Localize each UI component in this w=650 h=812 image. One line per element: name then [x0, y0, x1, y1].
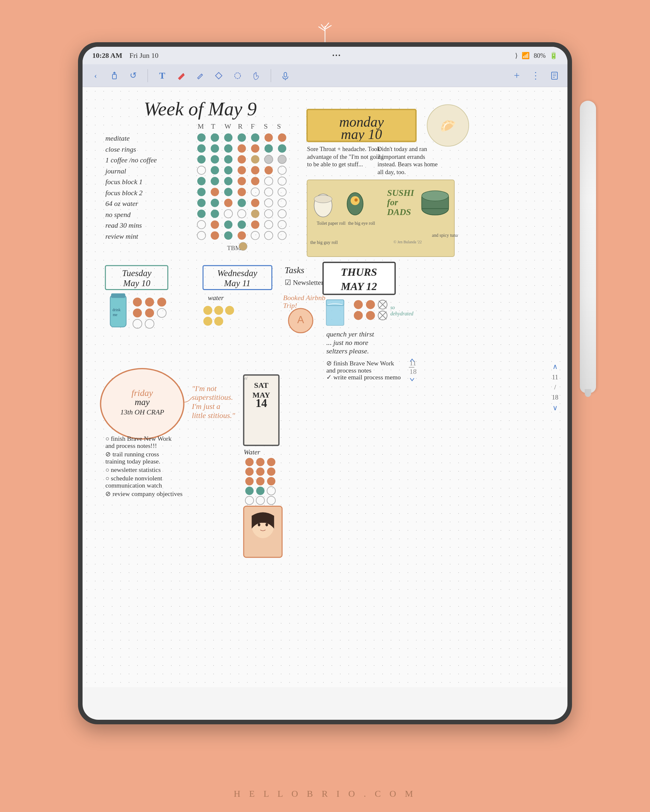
add-button[interactable]: + [510, 69, 523, 82]
svg-point-130 [422, 191, 448, 201]
svg-point-95 [197, 231, 206, 240]
svg-text:18: 18 [410, 368, 417, 375]
svg-text:Tuesday: Tuesday [122, 268, 152, 278]
svg-point-84 [265, 209, 273, 218]
status-bar: 10:28 AM Fri Jun 10 ••• ⟩ 📶 80% 🔋 [83, 47, 567, 64]
svg-point-72 [211, 199, 219, 207]
page-numbers: ∧ 11 / 18 ∨ [552, 362, 558, 412]
svg-text:MAY 12: MAY 12 [341, 280, 377, 292]
svg-text:S: S [264, 122, 268, 130]
share-button[interactable] [108, 69, 121, 82]
svg-text:DADS: DADS [387, 207, 411, 217]
wifi-icon: 📶 [522, 52, 530, 60]
status-date: Fri Jun 10 [129, 51, 158, 60]
svg-text:no spend: no spend [105, 211, 131, 218]
svg-point-81 [224, 209, 233, 218]
pen-tool[interactable] [174, 69, 188, 82]
svg-point-153 [203, 306, 213, 315]
eraser-tool[interactable] [212, 69, 225, 82]
mic-button[interactable] [279, 69, 292, 82]
svg-text:journal: journal [104, 167, 126, 175]
scroll-down-arrow[interactable]: ∨ [552, 404, 558, 412]
notebook-canvas: Week of May 9 M T W R F S S meditate [83, 87, 567, 687]
svg-point-213 [256, 458, 265, 466]
svg-rect-5 [112, 74, 116, 79]
svg-point-155 [225, 306, 234, 315]
svg-point-69 [278, 188, 286, 196]
svg-text:water: water [208, 294, 224, 302]
svg-text:○ finish Brave New Work: ○ finish Brave New Work [105, 435, 171, 442]
svg-point-119 [314, 195, 332, 203]
svg-text:Trip!: Trip! [283, 302, 297, 310]
pencil-tool[interactable] [193, 69, 206, 82]
toolbar-sep-2 [271, 69, 271, 82]
svg-point-218 [245, 477, 254, 485]
svg-text:me: me [113, 313, 117, 317]
svg-point-215 [245, 467, 254, 476]
svg-text:drink: drink [112, 308, 121, 312]
svg-text:M: M [197, 122, 204, 130]
svg-point-27 [251, 133, 259, 142]
svg-point-225 [256, 496, 265, 505]
lasso-tool[interactable] [231, 69, 244, 82]
svg-point-52 [265, 166, 273, 174]
svg-point-90 [237, 221, 246, 229]
doc-button[interactable] [548, 69, 561, 82]
svg-text:⊘ review company objectives: ⊘ review company objectives [105, 490, 182, 497]
back-button[interactable]: ‹ [89, 69, 102, 82]
more-button[interactable]: ⋮ [529, 69, 542, 82]
svg-point-39 [197, 155, 206, 164]
svg-point-212 [245, 458, 254, 466]
svg-point-67 [251, 188, 259, 196]
svg-point-58 [237, 177, 246, 185]
svg-point-221 [245, 487, 254, 495]
scroll-up-arrow[interactable]: ∧ [552, 362, 558, 371]
page-background: 10:28 AM Fri Jun 10 ••• ⟩ 📶 80% 🔋 ‹ [0, 0, 650, 812]
svg-point-29 [278, 133, 286, 142]
svg-text:F: F [251, 122, 254, 130]
undo-button[interactable]: ↺ [127, 69, 140, 82]
week-header: Week of May 9 [144, 98, 257, 119]
svg-point-146 [157, 308, 167, 317]
svg-text:⊘ trail running cross: ⊘ trail running cross [105, 450, 159, 458]
svg-text:☑ Newsletter: ☑ Newsletter [285, 279, 324, 287]
status-time: 10:28 AM [92, 51, 122, 60]
svg-text:Toilet paper roll: Toilet paper roll [317, 221, 346, 226]
svg-point-214 [267, 458, 275, 466]
touch-tool[interactable] [250, 69, 263, 82]
svg-text:may: may [135, 397, 150, 407]
svg-point-73 [224, 199, 233, 207]
svg-point-23 [197, 133, 206, 142]
svg-text:the big eye roll: the big eye roll [348, 221, 375, 226]
svg-point-60 [265, 177, 273, 185]
svg-text:the big guy roll: the big guy roll [310, 240, 338, 245]
page-divider: / [554, 383, 556, 391]
svg-point-35 [251, 144, 259, 153]
svg-point-103 [239, 242, 247, 251]
svg-text:Sore Throat + headache. Took: Sore Throat + headache. Took [307, 145, 381, 152]
svg-point-220 [267, 477, 275, 485]
svg-point-40 [211, 155, 219, 164]
svg-text:and spicy tuna: and spicy tuna [432, 233, 458, 238]
svg-point-32 [211, 144, 219, 153]
svg-point-224 [245, 496, 254, 505]
svg-text:W: W [225, 122, 231, 130]
svg-point-92 [265, 221, 273, 229]
svg-text:focus block 2: focus block 2 [105, 189, 142, 197]
svg-text:little stitious.": little stitious." [192, 411, 235, 420]
svg-point-96 [211, 231, 219, 240]
svg-point-98 [237, 231, 246, 240]
svg-point-216 [256, 467, 265, 476]
svg-point-154 [214, 306, 223, 315]
svg-text:Didn't today and ran: Didn't today and ran [378, 145, 427, 152]
svg-point-41 [224, 155, 233, 164]
svg-point-144 [133, 308, 142, 317]
svg-point-47 [197, 166, 206, 174]
svg-point-141 [133, 298, 142, 307]
svg-point-219 [256, 477, 265, 485]
svg-point-71 [197, 199, 206, 207]
svg-text:THURS: THURS [341, 266, 377, 278]
text-tool[interactable]: T [156, 69, 169, 82]
svg-point-99 [251, 231, 259, 240]
svg-point-43 [251, 155, 259, 164]
